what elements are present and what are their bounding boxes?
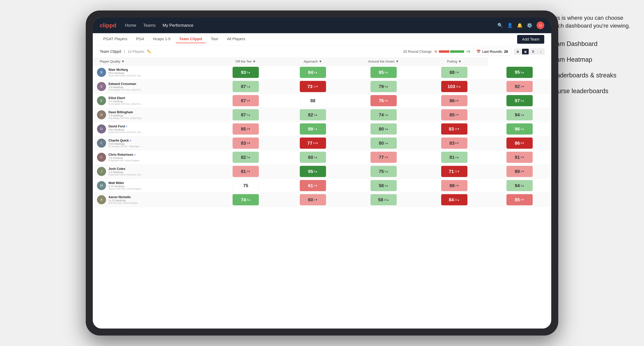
nav-link-teams[interactable]: Teams xyxy=(143,23,156,28)
tab-pga[interactable]: PGA xyxy=(132,35,148,43)
list-view-button[interactable]: ☰ xyxy=(530,49,536,54)
player-avatar: M xyxy=(97,181,106,190)
nav-links: Home Teams My Performance xyxy=(125,23,497,28)
player-cell[interactable]: BBlair McHargPlus HandicapRoyal North De… xyxy=(93,65,212,79)
positive-bar xyxy=(450,50,464,53)
metric-change: 1▲ xyxy=(247,85,250,88)
around-green-cell: 10315▲ xyxy=(421,79,488,94)
metric-value: 74 xyxy=(241,197,246,202)
col-around-green[interactable]: Around the Green ▼ xyxy=(346,58,420,65)
metric-value: 86 xyxy=(450,98,454,103)
search-button[interactable]: 🔍 xyxy=(497,23,503,28)
table-row: DDave Billingham1-5 HandicapGog Magog Go… xyxy=(93,108,551,122)
metric-change: 15▲ xyxy=(456,85,461,88)
tab-hcaps[interactable]: Hcaps 1-5 xyxy=(150,35,174,43)
tab-team-clippd[interactable]: Team Clippd xyxy=(176,35,206,43)
approach-cell: 799▲ xyxy=(346,79,420,94)
around-green-cell: 8421▲ xyxy=(421,193,488,207)
col-approach[interactable]: Approach ▼ xyxy=(279,58,346,65)
metric-change: 3▲ xyxy=(384,128,388,130)
metric-change: 2▲ xyxy=(384,170,388,173)
player-cell[interactable]: DDavid Ford✔Plus HandicapRoyal North Dev… xyxy=(93,122,212,136)
approach-cell: 584▲ xyxy=(346,178,420,193)
metric-change: 4▲ xyxy=(455,156,459,159)
metric-change: 14▼ xyxy=(313,142,318,145)
metric-value: 85 xyxy=(241,126,246,132)
add-team-button[interactable]: Add Team xyxy=(517,35,544,44)
putting-cell: 975▲ xyxy=(488,94,551,108)
player-info: Elliot Ebert1-5 HandicapSunningdale Golf… xyxy=(108,96,144,105)
around-green-cell: 8310▼ xyxy=(421,122,488,136)
player-avatar: C xyxy=(97,139,106,148)
verified-badge: ✔ xyxy=(130,139,132,142)
player-cell[interactable]: CChris Robertson✔1-5 HandicapCraigmillar… xyxy=(93,150,212,165)
player-cell[interactable]: JJosh Coles1-5 HandicapRoyal North Devon… xyxy=(93,165,212,178)
calendar-icon: 📅 xyxy=(476,49,481,54)
player-cell[interactable]: EEdward Crossman1-5 HandicapSunningdale … xyxy=(93,79,212,94)
metric-change: 4▲ xyxy=(314,113,318,116)
table-container: Player Quality ▼ Off the Tee ▼ Approach … xyxy=(93,58,551,329)
player-name: Matt Miller xyxy=(108,181,141,185)
player-info: Aaron Nicholls11-15 HandicapDrift Golf C… xyxy=(108,195,138,204)
download-button[interactable]: ↓ xyxy=(537,49,544,54)
metric-change: 6▲ xyxy=(314,71,318,74)
annotation-item: Team Heatmap xyxy=(550,56,634,63)
tab-all-players[interactable]: All Players xyxy=(224,35,249,43)
heatmap-view-button[interactable]: ▦ xyxy=(522,49,529,54)
metric-value: 83 xyxy=(450,141,454,146)
metric-change: 9▲ xyxy=(247,71,250,74)
tab-tour[interactable]: Tour xyxy=(207,35,222,43)
player-name: Blair McHarg xyxy=(108,68,144,72)
metric-change: 5▲ xyxy=(520,99,524,102)
metric-change: 8▲ xyxy=(384,71,388,74)
notifications-button[interactable]: 🔔 xyxy=(517,23,522,28)
col-putting[interactable]: Putting ▼ xyxy=(421,58,488,65)
settings-button[interactable]: ⚙️ xyxy=(527,23,532,28)
player-cell[interactable]: DDave Billingham1-5 HandicapGog Magog Go… xyxy=(93,108,212,122)
metric-change: 3▼ xyxy=(247,99,250,102)
table-row: CChris Robertson✔1-5 HandicapCraigmillar… xyxy=(93,150,551,165)
col-off-tee[interactable]: Off the Tee ▼ xyxy=(212,58,279,65)
metric-value: 82 xyxy=(241,155,246,160)
table-row: JJosh Coles1-5 HandicapRoyal North Devon… xyxy=(93,165,551,178)
player-cell[interactable]: AAaron Nicholls11-15 HandicapDrift Golf … xyxy=(93,193,212,207)
sub-nav: PGAT Players PGA Hcaps 1-5 Team Clippd T… xyxy=(93,33,551,45)
player-name: Elliot Ebert xyxy=(108,96,144,100)
annotation-item: Course leaderboards xyxy=(550,87,634,95)
round-change-label: 20 Round Change xyxy=(403,50,432,54)
metric-value: 80 xyxy=(379,141,384,146)
player-club: Sunningdale Golf Club, United Kingdom xyxy=(108,89,144,91)
metric-value: 81 xyxy=(241,169,246,174)
player-cell[interactable]: CCharlie Quick✔6-10 HandicapSt. George's… xyxy=(93,136,212,150)
off-tee-cell: 7311▼ xyxy=(279,79,346,94)
team-name: Team Clippd xyxy=(100,49,121,54)
metric-value: 58 xyxy=(378,197,383,202)
player-cell[interactable]: EElliot Ebert1-5 HandicapSunningdale Gol… xyxy=(93,94,212,108)
metric-value: 89 xyxy=(308,126,313,132)
player-club: Royal North Devon Golf Club, United King… xyxy=(108,173,144,176)
player-info: Chris Robertson✔1-5 HandicapCraigmillar … xyxy=(108,153,140,162)
metric-change: 3▼ xyxy=(384,99,388,102)
player-cell[interactable]: MMatt Miller6-10 HandicapWoburn Golf Clu… xyxy=(93,178,212,193)
last-rounds-value: 20 xyxy=(504,50,508,54)
player-club: Gog Magog Golf Club, United Kingdom xyxy=(108,117,144,119)
metric-value: 75 xyxy=(379,169,384,174)
round-change-pos: +5 xyxy=(466,50,470,54)
metric-value: 95 xyxy=(308,169,313,174)
tab-pgat-players[interactable]: PGAT Players xyxy=(100,35,131,43)
grid-view-button[interactable]: ⊞ xyxy=(514,49,521,54)
last-rounds-button[interactable]: 📅 Last Rounds: 20 xyxy=(473,48,511,55)
nav-link-my-performance[interactable]: My Performance xyxy=(162,23,194,28)
player-info: Blair McHargPlus HandicapRoyal North Dev… xyxy=(108,68,144,77)
edit-icon[interactable]: ✏️ xyxy=(147,49,152,54)
metric-value: 88 xyxy=(310,98,315,103)
col-player-quality[interactable]: Player Quality ▼ xyxy=(93,58,212,65)
player-quality-cell: 748▲ xyxy=(212,193,279,207)
user-avatar[interactable]: U xyxy=(536,21,544,29)
player-handicap: Plus Handicap xyxy=(108,128,144,131)
profile-button[interactable]: 👤 xyxy=(507,23,513,28)
metric-value: 85 xyxy=(379,70,384,75)
player-info: Matt Miller6-10 HandicapWoburn Golf Club… xyxy=(108,181,141,190)
metric-change: 4▼ xyxy=(520,198,524,201)
nav-link-home[interactable]: Home xyxy=(125,23,136,28)
